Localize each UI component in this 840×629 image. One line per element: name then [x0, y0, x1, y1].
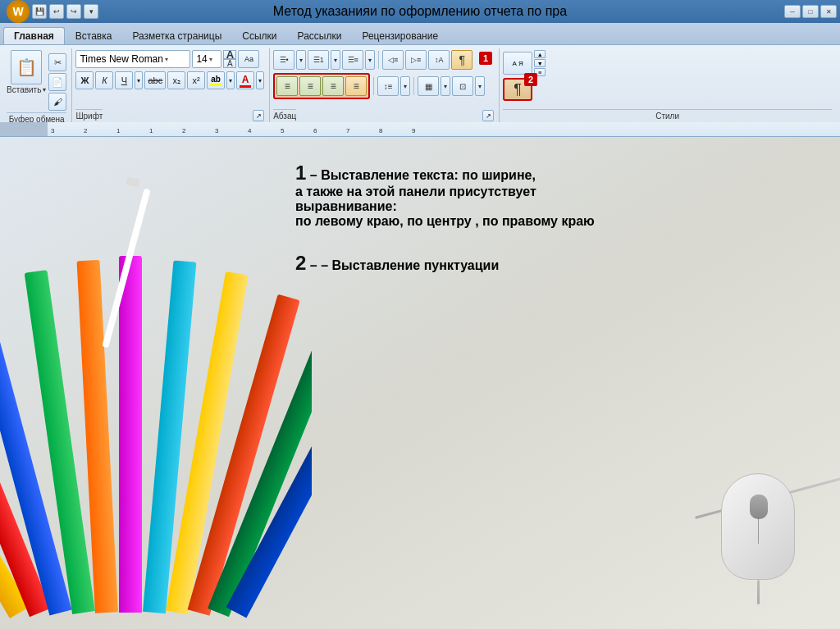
paragraph-1: 1 – Выставление текста: по ширине, а так… — [295, 162, 709, 229]
tab-home[interactable]: Главная — [3, 27, 65, 44]
redo-button[interactable]: ↪ — [66, 4, 81, 19]
number-2: 2 — [295, 252, 306, 274]
font-size-increase[interactable]: A — [223, 50, 236, 59]
decrease-indent-button[interactable]: ◁≡ — [382, 50, 404, 70]
ruler-margin-left — [0, 122, 48, 136]
cut-button[interactable]: ✂ — [48, 53, 66, 71]
font-size-buttons: A A — [223, 50, 236, 68]
subscript-button[interactable]: x₂ — [167, 71, 185, 89]
book-purple — [119, 256, 142, 613]
tab-mailings[interactable]: Рассылки — [288, 28, 352, 44]
ruler-mark-1: 1 — [149, 127, 153, 134]
clipboard-small-buttons: ✂ 📄 🖌 — [48, 50, 66, 111]
font-name-dropdown[interactable]: Times New Roman ▾ — [75, 50, 190, 68]
paragraph-row1: ☰• ▾ ☰1 ▾ ☰≡ ▾ ◁≡ ▷≡ 1 ↕A ¶ — [273, 50, 494, 70]
justify-button[interactable]: ≡ — [345, 76, 367, 96]
styles-row: А Я ▲ ▼ ≡ — [503, 50, 546, 76]
font-color-dropdown[interactable]: ▾ — [256, 71, 264, 89]
align-center-button[interactable]: ≡ — [299, 76, 321, 96]
quick-access-toolbar: W 💾 ↩ ↪ ▾ — [7, 0, 98, 23]
clear-formatting-button[interactable]: Aа — [238, 50, 259, 68]
styles-up[interactable]: ▲ — [534, 50, 546, 58]
font-color-button[interactable]: A — [236, 71, 254, 89]
close-button[interactable]: ✕ — [820, 5, 837, 18]
ruler-mark-neg2: 2 — [84, 127, 87, 134]
font-name-row: Times New Roman ▾ 14 ▾ A A Aа — [75, 50, 259, 68]
align-right-button[interactable]: ≡ — [322, 76, 344, 96]
paragraph-dialog-launcher[interactable]: ↗ — [482, 110, 494, 121]
increase-indent-button[interactable]: ▷≡ — [405, 50, 427, 70]
books-illustration — [0, 137, 312, 629]
separator-2 — [373, 77, 374, 95]
paste-section: 📋 Вставить ▾ — [7, 50, 46, 94]
paragraph-group-label: Абзац — [273, 109, 296, 122]
font-color-bar — [240, 85, 251, 88]
bullet-list-dropdown[interactable]: ▾ — [296, 50, 306, 70]
align-left-button[interactable]: ≡ — [276, 76, 298, 96]
tab-page-layout[interactable]: Разметка страницы — [122, 28, 231, 44]
ruler-content: 3 2 1 1 2 3 4 5 6 7 8 9 — [0, 122, 840, 136]
shading-dropdown[interactable]: ▾ — [441, 76, 450, 96]
font-name-arrow: ▾ — [165, 56, 168, 63]
separator-1 — [378, 51, 379, 69]
borders-button[interactable]: ⊡ — [452, 76, 473, 96]
font-size-decrease[interactable]: A — [223, 59, 236, 68]
mouse-illustration — [709, 473, 807, 604]
dropdown-button[interactable]: ▾ — [84, 4, 98, 19]
superscript-button[interactable]: x² — [187, 71, 205, 89]
bold-button[interactable]: Ж — [75, 71, 94, 89]
line-spacing-dropdown[interactable]: ▾ — [400, 76, 410, 96]
mouse-cord-bottom — [757, 580, 760, 604]
usb-plug — [126, 176, 140, 188]
styles-group-label: Стили — [503, 109, 832, 122]
font-group-label: Шрифт — [75, 109, 103, 122]
tab-insert[interactable]: Вставка — [66, 28, 122, 44]
format-painter-button[interactable]: 🖌 — [48, 93, 66, 111]
numbered-list-button[interactable]: ☰1 — [308, 50, 329, 70]
show-hide-button[interactable]: ¶ — [451, 50, 472, 70]
copy-button[interactable]: 📄 — [48, 73, 66, 91]
save-button[interactable]: 💾 — [32, 4, 47, 19]
bullet-list-button[interactable]: ☰• — [273, 50, 294, 70]
highlight-dropdown[interactable]: ▾ — [226, 71, 235, 89]
strikethrough-button[interactable]: abc — [144, 71, 166, 89]
highlight-color-button[interactable]: ab — [207, 71, 225, 89]
ruler-mark-neg3: 3 — [51, 127, 54, 134]
ribbon-content: 📋 Вставить ▾ ✂ 📄 🖌 Буфер обмена Times Ne… — [0, 44, 840, 122]
ruler: 3 2 1 1 2 3 4 5 6 7 8 9 — [0, 122, 840, 137]
multilevel-list-dropdown[interactable]: ▾ — [365, 50, 375, 70]
highlight-color-bar — [210, 84, 221, 86]
tab-references[interactable]: Ссылки — [232, 28, 286, 44]
sort-button[interactable]: ↕A — [428, 50, 450, 70]
numbered-list-dropdown[interactable]: ▾ — [331, 50, 340, 70]
line-spacing-button[interactable]: ↕≡ — [377, 76, 399, 96]
font-dialog-launcher[interactable]: ↗ — [253, 110, 264, 121]
text-content-area: 1 – Выставление текста: по ширине, а так… — [295, 162, 709, 281]
tab-review[interactable]: Рецензирование — [352, 28, 448, 44]
minimize-button[interactable]: ─ — [784, 5, 801, 18]
font-size-dropdown[interactable]: 14 ▾ — [192, 50, 221, 68]
paragraph-row2: ≡ ≡ ≡ ≡ ↕≡ ▾ ▦ ▾ ⊡ ▾ — [273, 73, 485, 99]
underline-button[interactable]: Ч — [115, 71, 133, 89]
window-title: Метод указанияи по оформлению отчета по … — [273, 4, 567, 19]
ruler-mark-2: 2 — [182, 127, 185, 134]
maximize-button[interactable]: □ — [802, 5, 819, 18]
office-button[interactable]: W — [7, 0, 30, 23]
ruler-mark-neg1: 1 — [116, 127, 120, 134]
separator-3 — [413, 77, 414, 95]
paste-dropdown-arrow[interactable]: ▾ — [43, 86, 46, 93]
ruler-mark-4: 4 — [248, 127, 251, 134]
italic-button[interactable]: К — [95, 71, 113, 89]
paragraph-group: ☰• ▾ ☰1 ▾ ☰≡ ▾ ◁≡ ▷≡ 1 ↕A ¶ ≡ ≡ — [270, 48, 500, 122]
styles-down[interactable]: ▼ — [534, 59, 546, 67]
ruler-mark-6: 6 — [313, 127, 317, 134]
dropdown-u[interactable]: ▾ — [135, 71, 143, 89]
style-normal[interactable]: А Я — [503, 52, 532, 75]
shading-button[interactable]: ▦ — [418, 76, 439, 96]
multilevel-list-button[interactable]: ☰≡ — [342, 50, 363, 70]
paste-button[interactable]: 📋 — [11, 50, 42, 84]
undo-button[interactable]: ↩ — [49, 4, 64, 19]
font-format-row: Ж К Ч ▾ abc x₂ x² ab ▾ A ▾ — [75, 71, 264, 89]
borders-dropdown[interactable]: ▾ — [475, 76, 485, 96]
paste-label: Вставить — [7, 85, 41, 94]
